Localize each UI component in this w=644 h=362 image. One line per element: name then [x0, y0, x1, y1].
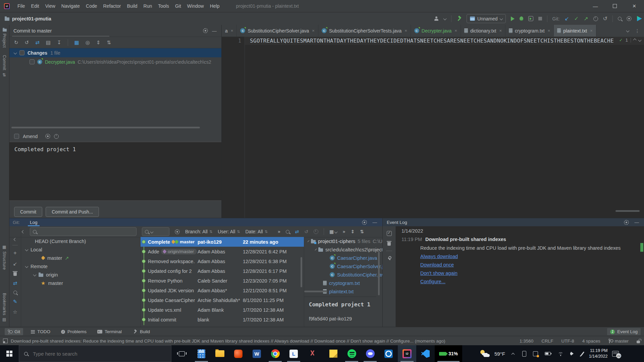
- tab-substitutionciphersolver[interactable]: C SubstitutionCipherSolver.java×: [237, 25, 318, 37]
- branch-origin-master-row[interactable]: ★ master: [21, 279, 140, 287]
- menu-refactor[interactable]: Refactor: [100, 3, 124, 9]
- changes-checkbox[interactable]: [19, 50, 24, 55]
- merge-arrows-icon[interactable]: ⇄: [295, 229, 299, 234]
- prev-problem-icon[interactable]: [633, 39, 637, 42]
- group-by-icon[interactable]: ▦: [74, 40, 79, 46]
- close-icon[interactable]: ×: [405, 28, 407, 33]
- taskbar-intellij[interactable]: IJ: [398, 345, 416, 362]
- undo-icon[interactable]: ↺: [304, 229, 308, 234]
- menu-file[interactable]: File: [14, 3, 28, 9]
- log-tab[interactable]: Log: [28, 218, 40, 226]
- commit-options-gear-icon[interactable]: [45, 134, 50, 139]
- build-hammer-icon[interactable]: [457, 16, 462, 21]
- view-options-icon[interactable]: ◎: [86, 40, 90, 46]
- commit-filter-field[interactable]: [142, 227, 169, 236]
- tree-file-row[interactable]: C CaesarCipher.java: [304, 254, 382, 262]
- update-changes-icon[interactable]: ⇄: [35, 40, 40, 46]
- taskbar-discord[interactable]: [361, 345, 379, 362]
- taskbar-outlook[interactable]: [379, 345, 398, 362]
- commit-panel-title[interactable]: Commit to master: [13, 28, 52, 34]
- commit-button[interactable]: Commit: [14, 207, 42, 217]
- branch-filter[interactable]: Branch: All ⇅: [185, 229, 212, 234]
- window-layout-icon[interactable]: [3, 339, 8, 343]
- stripe-bookmarks-label[interactable]: Bookmarks: [2, 293, 7, 315]
- user-filter[interactable]: User: All ⇅: [218, 229, 240, 234]
- configure-link[interactable]: Configure...: [420, 279, 445, 284]
- commit-row[interactable]: Update vcs.xml Adam Blank 1/7/2020 12:38…: [141, 305, 304, 315]
- favorite-star-icon[interactable]: ☆: [13, 309, 17, 315]
- task-view-icon[interactable]: [179, 351, 185, 356]
- chevron-down-icon[interactable]: [25, 265, 29, 268]
- clock-icon[interactable]: [314, 229, 318, 234]
- collapse-all-icon[interactable]: ⇅: [107, 40, 111, 46]
- commit-row[interactable]: Initial commit blank 1/7/2020 12:38 AM: [141, 315, 304, 324]
- hidden-icons-chevron-icon[interactable]: [511, 353, 515, 356]
- history-icon[interactable]: [593, 16, 598, 21]
- taskbar-snip[interactable]: [303, 345, 321, 362]
- menu-tools[interactable]: Tools: [155, 3, 172, 9]
- date-filter[interactable]: Date: All ⇅: [246, 229, 268, 234]
- hide-git-log-icon[interactable]: —: [373, 220, 377, 225]
- find-icon[interactable]: [13, 291, 17, 294]
- branch-local-row[interactable]: Local: [21, 245, 140, 254]
- taskbar-spotify[interactable]: [342, 345, 361, 362]
- close-icon[interactable]: ×: [548, 28, 550, 33]
- clear-log-icon[interactable]: [387, 242, 391, 246]
- commit-row[interactable]: Updated config for 2 Adam Abbas 12/28/20…: [141, 266, 304, 276]
- commit-list-scrollbar[interactable]: [301, 257, 302, 287]
- toolwindow-build-button[interactable]: Build: [129, 328, 153, 335]
- taskbar-explorer[interactable]: [211, 345, 229, 362]
- taskbar-l-app[interactable]: L: [284, 345, 303, 362]
- taskbar-chrome[interactable]: [266, 345, 284, 362]
- debug-button[interactable]: [520, 16, 523, 21]
- collapse-all-icon[interactable]: ⇅: [360, 229, 364, 234]
- taskbar-battery-widget[interactable]: 31%: [435, 345, 462, 362]
- commit-stripe-icon[interactable]: ⇅: [2, 72, 6, 77]
- git-branch-widget[interactable]: master: [608, 339, 629, 344]
- maximize-button[interactable]: [605, 0, 625, 12]
- ide-plugin-icon[interactable]: [637, 16, 642, 21]
- tab-substitutionciphersolvertests[interactable]: C SubstitutionCipherSolverTests.java×: [318, 25, 411, 37]
- wifi-icon[interactable]: [557, 352, 564, 356]
- run-configuration-select[interactable]: Unnamed: [467, 14, 506, 23]
- branch-head-row[interactable]: HEAD (Current Branch): [21, 237, 140, 245]
- stop-button[interactable]: [538, 17, 542, 20]
- tab-options-kebab-icon[interactable]: ⋮: [635, 28, 640, 34]
- log-search-icon[interactable]: [286, 230, 289, 234]
- menu-view[interactable]: View: [42, 3, 58, 9]
- amend-checkbox[interactable]: [14, 134, 19, 139]
- shelve-icon[interactable]: ↧: [57, 40, 61, 46]
- stripe-structure-label[interactable]: Structure: [2, 251, 7, 270]
- tab-cryptogram[interactable]: cryptogram.txt×: [505, 25, 554, 37]
- menu-build[interactable]: Build: [124, 3, 140, 9]
- git-update-icon[interactable]: ↙: [565, 15, 569, 22]
- refresh-icon[interactable]: ↻: [14, 40, 18, 46]
- chevron-down-icon[interactable]: [25, 248, 29, 251]
- collapse-left-icon[interactable]: [13, 238, 17, 241]
- weather-widget[interactable]: 59°F: [480, 350, 505, 357]
- close-icon[interactable]: ×: [590, 28, 593, 33]
- mark-all-read-icon[interactable]: [387, 231, 392, 236]
- tab-decrypter[interactable]: C Decrypter.java×: [411, 25, 461, 37]
- expand-all-icon[interactable]: ⇕: [351, 229, 355, 234]
- search-input[interactable]: [32, 351, 134, 357]
- lock-icon[interactable]: [637, 341, 640, 343]
- always-download-link[interactable]: Always download: [420, 254, 458, 259]
- grid-view-icon[interactable]: ▦: [329, 229, 334, 234]
- tree-horizontal-scrollbar[interactable]: [304, 291, 327, 292]
- compare-icon[interactable]: ⇄: [13, 280, 17, 286]
- toolwindow-event-log-button[interactable]: 1 Event Log: [607, 328, 641, 335]
- tree-scrollbar[interactable]: [378, 252, 380, 295]
- menu-window[interactable]: Window: [184, 3, 207, 9]
- menu-code[interactable]: Code: [83, 3, 100, 9]
- git-push-icon[interactable]: ↗: [584, 15, 588, 22]
- menu-edit[interactable]: Edit: [28, 3, 42, 9]
- tree-file-row[interactable]: plaintext.txt: [304, 287, 382, 296]
- taskbar-office[interactable]: [229, 345, 248, 362]
- chevron-down-icon[interactable]: [33, 273, 37, 277]
- file-checkbox[interactable]: [30, 59, 35, 64]
- event-log-settings-wrench-icon[interactable]: [387, 256, 391, 261]
- branch-search-field[interactable]: [30, 227, 137, 236]
- commit-row[interactable]: Removed workspace. Adam Abbas 12/28/2021…: [141, 256, 304, 266]
- structure-stripe-icon[interactable]: ▦: [2, 245, 6, 249]
